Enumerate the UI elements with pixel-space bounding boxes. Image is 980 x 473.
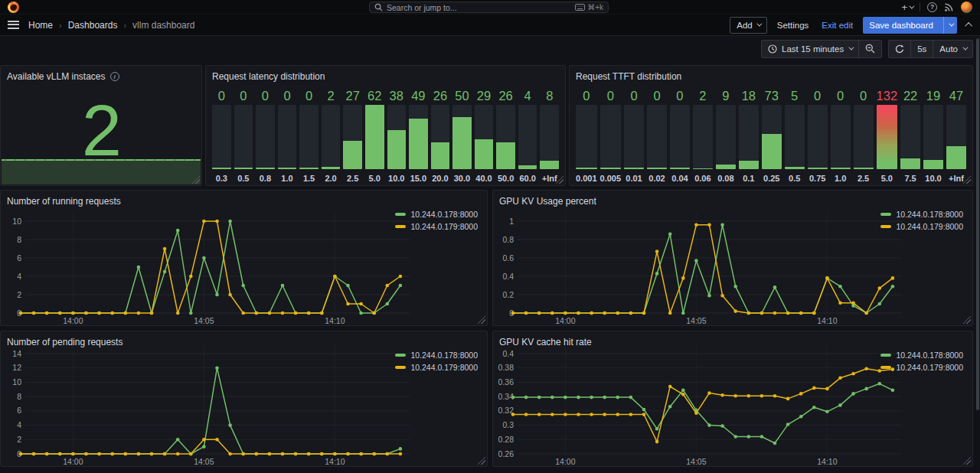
hamburger-menu-icon[interactable]	[8, 21, 19, 29]
bar-column: 00.02	[647, 86, 667, 183]
sparkline-point	[5, 159, 7, 161]
data-point	[838, 377, 842, 380]
data-point	[281, 284, 285, 288]
bar-track	[278, 105, 297, 169]
time-range-group: Last 15 minutes	[761, 40, 882, 58]
bar-value: 0	[576, 86, 597, 105]
bar-column: 90.08	[716, 86, 736, 183]
data-point	[550, 413, 554, 416]
zoom-out-button[interactable]	[858, 41, 881, 57]
legend-item[interactable]: 10.244.0.178:8000	[395, 210, 478, 219]
bar-track	[900, 105, 920, 169]
data-point	[878, 286, 882, 290]
bar-label: 30.0	[452, 169, 472, 183]
grafana-logo[interactable]	[8, 2, 19, 13]
dashboard-grid: Available vLLM instaces i 2 Request late…	[0, 65, 980, 473]
data-point	[786, 422, 790, 426]
bar-value: 0	[234, 86, 253, 105]
exit-edit-button[interactable]: Exit edit	[818, 17, 856, 34]
settings-button[interactable]: Settings	[774, 17, 812, 34]
bar-track	[877, 105, 898, 169]
data-point	[590, 396, 593, 400]
bar-fill	[212, 168, 231, 169]
sparkline-point	[104, 159, 106, 161]
data-point	[268, 452, 272, 456]
bar-value: 22	[900, 86, 920, 105]
data-point	[786, 312, 790, 315]
data-point	[45, 452, 49, 456]
bar-value: 0	[808, 86, 828, 105]
data-point	[202, 220, 206, 223]
bar-fill	[877, 105, 898, 169]
legend-item[interactable]: 10.244.0.179:8000	[395, 363, 478, 372]
data-point	[878, 382, 882, 386]
data-point	[241, 312, 245, 315]
legend-item[interactable]: 10.244.0.179:8000	[880, 222, 963, 231]
data-point	[189, 452, 193, 456]
refresh-interval-label[interactable]: 5s	[910, 41, 933, 57]
data-point	[550, 312, 554, 315]
bar-label: 1.5	[299, 169, 318, 183]
data-point	[137, 266, 141, 269]
panel-title: Request TTFT distribution	[576, 71, 681, 82]
bar-label: 10.0	[923, 169, 943, 183]
add-menu-button[interactable]: +	[901, 2, 913, 13]
bar-value: 29	[475, 86, 494, 105]
save-options-toggle[interactable]	[943, 17, 957, 34]
bar-label: +Inf	[946, 169, 966, 183]
sparkline-point	[194, 159, 196, 161]
data-point	[511, 413, 515, 416]
bar-value: 2	[693, 86, 713, 105]
bar-column: 00.005	[600, 86, 622, 183]
bar-fill	[365, 105, 384, 169]
bar-column: 00.001	[576, 86, 597, 183]
data-point	[577, 396, 580, 400]
data-point	[32, 452, 36, 456]
x-axis-label: 14:05	[194, 316, 214, 325]
legend-item[interactable]: 10.244.0.178:8000	[880, 351, 963, 360]
data-point	[733, 394, 737, 398]
data-point	[838, 302, 842, 305]
page-scrollbar[interactable]	[976, 38, 979, 410]
y-axis-label: 4	[17, 272, 21, 281]
series-color-swatch	[395, 213, 406, 216]
user-avatar[interactable]	[961, 2, 972, 13]
save-dashboard-button[interactable]: Save dashboard	[863, 17, 957, 34]
breadcrumb-current: vllm dashboard	[132, 20, 194, 31]
data-point	[891, 285, 895, 289]
chevron-down-icon	[962, 45, 968, 51]
bar-label: 60.0	[518, 169, 537, 183]
refresh-button[interactable]	[889, 41, 910, 57]
data-point	[176, 229, 180, 233]
data-point	[773, 394, 777, 398]
search-input[interactable]: Search or jump to... ⌘+k	[369, 2, 609, 13]
breadcrumb-dashboards[interactable]: Dashboards	[68, 20, 118, 31]
time-range-picker[interactable]: Last 15 minutes	[762, 41, 858, 57]
auto-refresh-picker[interactable]: Auto	[933, 41, 972, 57]
legend: 10.244.0.178:8000 10.244.0.179:8000	[395, 210, 478, 231]
legend-item[interactable]: 10.244.0.179:8000	[880, 363, 963, 372]
y-axis-label: 10	[12, 377, 21, 387]
bar-track	[946, 105, 966, 169]
legend-item[interactable]: 10.244.0.179:8000	[395, 222, 478, 231]
data-point	[537, 413, 541, 416]
divider	[920, 2, 920, 11]
stat-sparkline	[2, 157, 201, 184]
legend-item[interactable]: 10.244.0.178:8000	[395, 351, 478, 360]
breadcrumb-home[interactable]: Home	[28, 20, 53, 31]
add-button[interactable]: Add	[730, 17, 766, 34]
help-icon[interactable]: ?	[927, 2, 937, 12]
data-point	[333, 452, 337, 456]
bar-fill	[475, 139, 494, 169]
breadcrumb-bar: Home › Dashboards › vllm dashboard Add S…	[0, 15, 980, 36]
data-point	[399, 447, 403, 451]
bar-fill	[540, 161, 559, 169]
news-rss-icon[interactable]	[944, 2, 954, 12]
data-point	[84, 312, 88, 315]
collapse-toolbar-icon[interactable]	[965, 22, 972, 30]
data-point	[215, 438, 219, 442]
data-point	[707, 294, 711, 298]
series-name: 10.244.0.179:8000	[410, 222, 478, 231]
data-point	[681, 388, 685, 392]
legend-item[interactable]: 10.244.0.178:8000	[880, 210, 963, 219]
